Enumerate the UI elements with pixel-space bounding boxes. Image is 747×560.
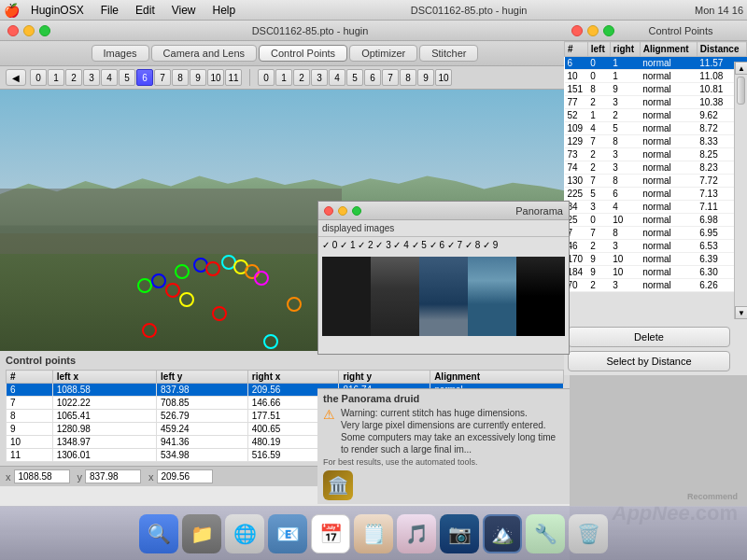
cp-panel-row-170[interactable]: 170910normal6.39	[565, 253, 747, 266]
nav-right-num-2[interactable]: 2	[293, 69, 310, 86]
dock-photos[interactable]: 📷	[440, 514, 479, 553]
nav-left-num-4[interactable]: 4	[101, 69, 118, 86]
nav-left-num-8[interactable]: 8	[172, 69, 189, 86]
cp-panel-row-73[interactable]: 7323normal8.25	[565, 148, 747, 161]
cp-panel-row-109[interactable]: 10945normal8.72	[565, 122, 747, 135]
dock-calendar[interactable]: 📅	[311, 514, 350, 553]
cp-marker-10[interactable]	[179, 292, 194, 307]
cp-panel-row-46[interactable]: 4623normal6.53	[565, 240, 747, 253]
scroll-thumb[interactable]	[737, 77, 745, 105]
tab-camera-lens[interactable]: Camera and Lens	[151, 45, 257, 62]
nav-left-num-0[interactable]: 0	[30, 69, 47, 86]
menu-file[interactable]: File	[93, 4, 126, 17]
minimize-button[interactable]	[23, 25, 35, 36]
nav-right-num-1[interactable]: 1	[275, 69, 292, 86]
cp-marker-12[interactable]	[142, 323, 157, 338]
dock-icon-3[interactable]: 🌐	[225, 514, 264, 553]
cp-marker-7[interactable]	[137, 278, 152, 293]
cp-panel-row-70[interactable]: 7023normal6.26	[565, 279, 747, 292]
dock-icon-10[interactable]: 🔧	[526, 514, 565, 553]
cp-panel-row-74[interactable]: 7423normal8.23	[565, 161, 747, 175]
cp-table-cell-left_x: 1022.22	[52, 397, 156, 410]
close-button[interactable]	[7, 25, 19, 36]
cp-marker-13[interactable]	[263, 334, 278, 349]
cp-panel-row-52[interactable]: 5212normal9.62	[565, 109, 747, 122]
cp-close-btn[interactable]	[571, 25, 583, 36]
dock-icon-6[interactable]: 🗒️	[354, 514, 393, 553]
cp-marker-0[interactable]	[175, 264, 190, 279]
warning-icon: ⚠	[323, 407, 335, 422]
menu-help[interactable]: Help	[205, 4, 244, 17]
scroll-up-btn[interactable]: ▲	[735, 62, 747, 75]
tab-stitcher[interactable]: Stitcher	[419, 45, 478, 62]
cp-marker-8[interactable]	[151, 273, 166, 288]
nav-right-num-10[interactable]: 10	[435, 69, 452, 86]
nav-right-num-6[interactable]: 6	[364, 69, 381, 86]
cp-panel-row-77[interactable]: 7723normal10.38	[565, 96, 747, 109]
cp-marker-6[interactable]	[254, 271, 269, 286]
nav-left-num-5[interactable]: 5	[119, 69, 135, 86]
cp-panel-cell-num-52: 52	[565, 109, 588, 122]
cp-marker-14[interactable]	[287, 297, 302, 312]
cp-marker-9[interactable]	[165, 283, 180, 298]
nav-back-button[interactable]: ◀	[6, 69, 26, 86]
mini-min[interactable]	[338, 206, 347, 216]
cp-marker-2[interactable]	[205, 261, 220, 276]
nav-right-num-0[interactable]: 0	[258, 69, 275, 86]
nav-right-num-4[interactable]: 4	[329, 69, 345, 86]
nav-right-num-8[interactable]: 8	[400, 69, 416, 86]
cp-panel-scrollbar[interactable]: ▲ ▼	[734, 62, 747, 319]
cp-panel-row-6[interactable]: 601normal11.57	[565, 57, 747, 70]
dock-hugin[interactable]: 🏔️	[483, 514, 522, 553]
nav-right-num-3[interactable]: 3	[311, 69, 328, 86]
tab-images[interactable]: Images	[92, 45, 149, 62]
coord-y-input[interactable]	[85, 469, 141, 483]
coord-x-input[interactable]	[14, 469, 70, 483]
nav-left-num-11[interactable]: 11	[225, 69, 242, 86]
menu-edit[interactable]: Edit	[128, 4, 162, 17]
cp-panel-row-129[interactable]: 12978normal8.33	[565, 135, 747, 148]
cp-panel-row-225[interactable]: 22556normal7.13	[565, 188, 747, 201]
cp-panel-cell-right-170: 10	[610, 253, 640, 266]
nav-left-num-3[interactable]: 3	[83, 69, 100, 86]
nav-left-num-9[interactable]: 9	[190, 69, 206, 86]
nav-left-num-7[interactable]: 7	[154, 69, 171, 86]
scroll-down-btn[interactable]: ▼	[735, 306, 747, 319]
checkbox-label: ✓ 0 ✓ 1 ✓ 2 ✓ 3 ✓ 4 ✓ 5 ✓ 6 ✓ 7 ✓ 8 ✓ 9	[322, 240, 498, 250]
dock-icon-11[interactable]: 🗑️	[569, 514, 608, 553]
tab-optimizer[interactable]: Optimizer	[349, 45, 417, 62]
nav-right-num-9[interactable]: 9	[417, 69, 434, 86]
nav-left-num-2[interactable]: 2	[65, 69, 82, 86]
dock-finder[interactable]: 🔍	[139, 514, 178, 553]
cp-min-btn[interactable]	[587, 25, 599, 36]
cp-panel-row-184[interactable]: 184910normal6.30	[565, 266, 747, 279]
dock-icon-4[interactable]: 📧	[268, 514, 307, 553]
pano-seg-5	[516, 257, 565, 336]
dock-icon-2[interactable]: 📁	[182, 514, 221, 553]
delete-button[interactable]: Delete	[568, 327, 730, 347]
menu-app[interactable]: HuginOSX	[23, 4, 92, 17]
cp-col-left: left	[587, 42, 610, 57]
cp-max-btn[interactable]	[603, 25, 614, 36]
nav-left-num-6[interactable]: 6	[136, 69, 153, 86]
nav-left-num-1[interactable]: 1	[48, 69, 64, 86]
tab-control-points[interactable]: Control Points	[259, 45, 347, 62]
apple-icon[interactable]: 🍎	[4, 3, 20, 18]
cp-panel-row-130[interactable]: 13078normal7.72	[565, 175, 747, 188]
coord-x2-input[interactable]	[157, 469, 213, 483]
nav-right-num-5[interactable]: 5	[346, 69, 363, 86]
dock-music[interactable]: 🎵	[397, 514, 436, 553]
nav-left-num-10[interactable]: 10	[207, 69, 224, 86]
select-distance-button[interactable]: Select by Distance	[568, 351, 730, 371]
cp-panel-row-10[interactable]: 1001normal11.08	[565, 70, 747, 83]
cp-panel-row-84[interactable]: 8434normal7.11	[565, 201, 747, 214]
cp-panel-row-7[interactable]: 778normal6.95	[565, 227, 747, 240]
mini-max[interactable]	[352, 206, 361, 216]
cp-panel-row-25[interactable]: 25010normal6.98	[565, 214, 747, 227]
cp-marker-11[interactable]	[212, 306, 227, 321]
nav-right-num-7[interactable]: 7	[382, 69, 399, 86]
maximize-button[interactable]	[39, 25, 50, 36]
mini-close[interactable]	[324, 206, 333, 216]
menu-view[interactable]: View	[164, 4, 204, 17]
cp-panel-row-151[interactable]: 15189normal10.81	[565, 83, 747, 96]
